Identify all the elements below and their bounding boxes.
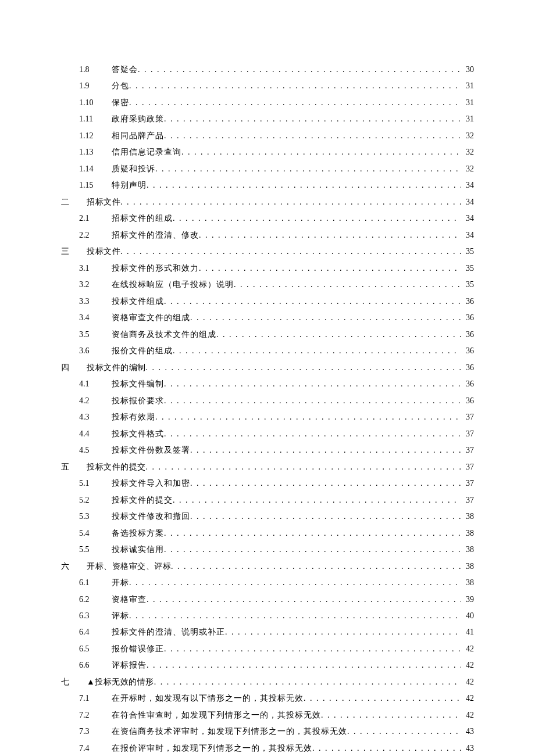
toc-entry: 1.8答疑会30	[61, 64, 474, 76]
toc-page-number: 37	[461, 428, 474, 440]
toc-number: 4.2	[79, 395, 112, 407]
toc-page-number: 31	[461, 113, 474, 125]
toc-leader-dots	[173, 213, 461, 221]
toc-page-number: 38	[461, 561, 474, 572]
toc-page: 1.8答疑会301.9分包311.10保密311.11政府采购政策311.12相…	[0, 0, 535, 756]
toc-number: 1.9	[79, 80, 112, 92]
toc-leader-dots	[129, 610, 461, 618]
toc-title: 投标文件的编制	[87, 362, 146, 374]
toc-entry: 1.14质疑和投诉32	[61, 163, 474, 175]
toc-title: 分包	[112, 80, 129, 92]
toc-page-number: 38	[461, 511, 474, 522]
toc-leader-dots	[173, 495, 461, 503]
toc-entry: 2.2招标文件的澄清、修改34	[61, 230, 474, 241]
toc-title: 备选投标方案	[112, 528, 164, 539]
toc-number: 3.5	[79, 329, 112, 341]
toc-page-number: 36	[461, 329, 474, 341]
toc-title: 开标、资格审交、评标	[87, 561, 171, 572]
toc-number: 2.2	[79, 230, 112, 241]
toc-page-number: 42	[461, 676, 474, 688]
toc-entry: 1.13信用信息记录查询32	[61, 146, 474, 158]
toc-entry: 3.4资格审查文件的组成36	[61, 312, 474, 324]
toc-entry: 6.1开标38	[61, 577, 474, 589]
toc-leader-dots	[146, 362, 462, 370]
toc-leader-dots	[164, 528, 461, 536]
toc-entry: 3.2在线投标响应（电子投标）说明35	[61, 279, 474, 291]
toc-title: 在资信商务技术评审时，如发现下列情形之一的，其投标无效	[112, 726, 347, 737]
toc-title: 招标文件的组成	[112, 213, 173, 224]
toc-entry: 七▲投标无效的情形42	[61, 676, 474, 688]
toc-leader-dots	[164, 113, 461, 121]
toc-number: 1.13	[79, 146, 112, 158]
toc-page-number: 43	[461, 726, 474, 737]
toc-page-number: 34	[461, 180, 474, 191]
toc-entry: 4.3投标有效期37	[61, 411, 474, 423]
toc-title: 在报价评审时，如发现下列情形之一的，其投标无效	[112, 743, 312, 754]
toc-title: 在符合性审查时，如发现下列情形之一的，其投标无效	[112, 710, 321, 721]
toc-leader-dots	[312, 743, 461, 751]
toc-page-number: 36	[461, 362, 474, 374]
toc-page-number: 37	[461, 478, 474, 489]
toc-page-number: 34	[461, 213, 474, 224]
toc-leader-dots	[190, 445, 461, 453]
toc-number: 5.1	[79, 478, 112, 489]
toc-entry: 4.2投标报价要求36	[61, 395, 474, 407]
toc-title: 质疑和投诉	[112, 163, 155, 175]
toc-entry: 3.3投标文件组成36	[61, 296, 474, 307]
toc-number: 4.5	[79, 445, 112, 456]
toc-number: 4.4	[79, 428, 112, 440]
toc-leader-dots	[129, 577, 461, 585]
toc-entry: 三投标文件35	[61, 246, 474, 257]
toc-title: 投标文件修改和撤回	[112, 511, 190, 522]
toc-page-number: 35	[461, 279, 474, 291]
toc-page-number: 42	[461, 693, 474, 704]
toc-page-number: 35	[461, 263, 474, 274]
toc-leader-dots	[120, 196, 461, 205]
toc-page-number: 38	[461, 544, 474, 556]
toc-page-number: 32	[461, 163, 474, 175]
toc-entry: 六开标、资格审交、评标38	[61, 561, 474, 572]
toc-page-number: 35	[461, 246, 474, 257]
toc-entry: 4.1投标文件编制36	[61, 378, 474, 390]
toc-entry: 5.1投标文件导入和加密37	[61, 478, 474, 489]
toc-title: 特别声明	[112, 180, 147, 191]
toc-title: 投标文件格式	[112, 428, 164, 440]
toc-number: 1.12	[79, 130, 112, 142]
toc-number: 六	[61, 561, 87, 572]
toc-number: 3.1	[79, 263, 112, 274]
toc-leader-dots	[171, 561, 461, 569]
toc-page-number: 36	[461, 296, 474, 307]
toc-leader-dots	[164, 296, 461, 304]
toc-title: 投标文件的澄清、说明或补正	[112, 626, 225, 638]
toc-entry: 6.5报价错误修正42	[61, 643, 474, 655]
toc-title: 报价文件的组成	[112, 345, 173, 357]
toc-page-number: 36	[461, 312, 474, 324]
toc-number: 1.8	[79, 64, 112, 76]
toc-page-number: 39	[461, 594, 474, 605]
toc-entry: 6.3评标40	[61, 610, 474, 622]
toc-number: 4.1	[79, 378, 112, 390]
toc-page-number: 42	[461, 643, 474, 655]
toc-number: 1.15	[79, 180, 112, 191]
toc-leader-dots	[190, 511, 461, 519]
toc-page-number: 37	[461, 445, 474, 456]
toc-page-number: 38	[461, 577, 474, 589]
toc-page-number: 36	[461, 395, 474, 407]
toc-title: 资信商务及技术文件的组成	[112, 329, 216, 341]
toc-title: 开标	[112, 577, 129, 589]
toc-title: 投标文件的形式和效力	[112, 263, 199, 274]
toc-entry: 6.2资格审查39	[61, 594, 474, 605]
toc-leader-dots	[129, 80, 461, 88]
toc-entry: 4.5投标文件份数及签署37	[61, 445, 474, 456]
toc-number: 3.4	[79, 312, 112, 324]
toc-entry: 5.3投标文件修改和撤回38	[61, 511, 474, 522]
toc-page-number: 31	[461, 97, 474, 109]
toc-leader-dots	[225, 626, 461, 635]
toc-page-number: 34	[461, 230, 474, 241]
toc-leader-dots	[155, 163, 461, 171]
toc-entry: 3.1投标文件的形式和效力35	[61, 263, 474, 274]
toc-entry: 7.2在符合性审查时，如发现下列情形之一的，其投标无效42	[61, 710, 474, 721]
toc-page-number: 34	[461, 196, 474, 208]
toc-title: 政府采购政策	[112, 113, 164, 125]
toc-title: 投标文件	[87, 246, 120, 257]
